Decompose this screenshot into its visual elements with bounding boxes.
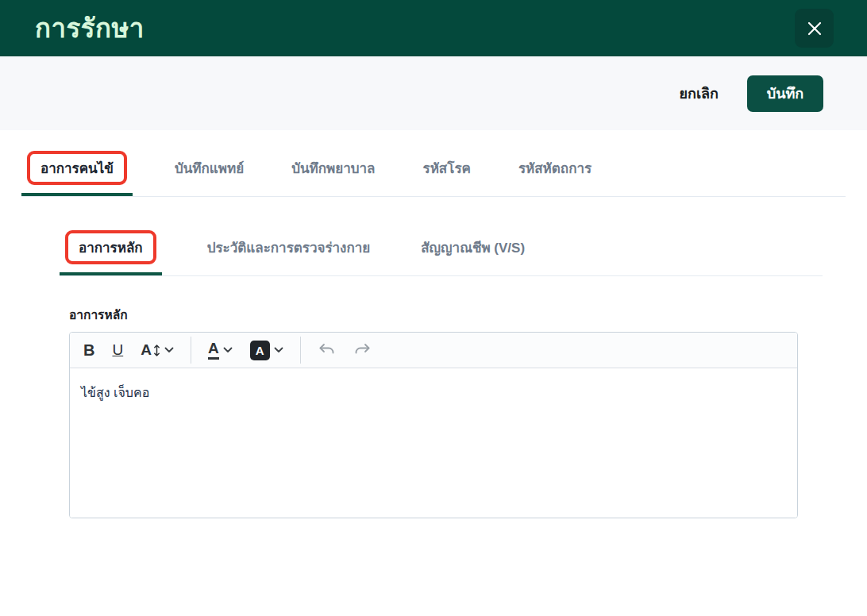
tab-label: รหัสหัตถการ (518, 157, 591, 179)
tab-label: อาการคนไข้ (40, 161, 114, 176)
editor-toolbar: B U A A (70, 333, 797, 368)
bold-button[interactable]: B (78, 338, 100, 363)
highlight-color-icon: A (250, 341, 270, 360)
subtab-label: ประวัติและการตรวจร่างกาย (207, 237, 371, 258)
tab-label: บันทึกพยาบาล (291, 157, 375, 179)
save-button[interactable]: บันทึก (747, 75, 823, 112)
annotation-highlight: อาการคนไข้ (27, 151, 127, 185)
dialog-header: การรักษา (0, 0, 867, 56)
tab-patient-symptoms[interactable]: อาการคนไข้ (21, 141, 133, 196)
subtab-label: อาการหลัก (79, 241, 143, 256)
chevron-down-icon (164, 347, 174, 353)
subtab-vital-signs[interactable]: สัญญาณชีพ (V/S) (415, 221, 530, 275)
toolbar-separator (300, 337, 301, 364)
rich-text-editor: B U A A (69, 332, 798, 518)
text-color-button[interactable]: A (202, 337, 238, 363)
font-size-button[interactable]: A (135, 338, 179, 362)
cancel-button[interactable]: ยกเลิก (679, 82, 719, 105)
highlight-color-button[interactable]: A (245, 337, 289, 364)
chief-complaint-section: อาการหลัก B U A (69, 305, 798, 518)
toolbar-separator (191, 337, 191, 364)
editor-label: อาการหลัก (69, 305, 798, 325)
tab-label: รหัสโรค (423, 157, 471, 179)
tab-nurse-note[interactable]: บันทึกพยาบาล (286, 141, 380, 196)
annotation-highlight: อาการหลัก (65, 230, 156, 264)
subtab-label: สัญญาณชีพ (V/S) (421, 237, 525, 258)
action-bar: ยกเลิก บันทึก (0, 56, 867, 130)
undo-icon (318, 343, 336, 357)
page-title: การรักษา (35, 7, 144, 49)
underline-icon: U (112, 341, 123, 359)
chevron-down-icon (223, 347, 233, 353)
tab-procedure-code[interactable]: รหัสหัตถการ (513, 141, 597, 196)
underline-button[interactable]: U (106, 338, 129, 362)
redo-icon (353, 343, 372, 357)
bold-icon: B (83, 341, 94, 360)
close-icon (806, 20, 823, 37)
font-size-icon: A (141, 341, 152, 359)
editor-content[interactable]: ไข้สูง เจ็บคอ (70, 368, 797, 518)
tab-label: บันทึกแพทย์ (175, 157, 244, 179)
tab-disease-code[interactable]: รหัสโรค (418, 141, 476, 196)
sub-tab-bar: อาการหลัก ประวัติและการตรวจร่างกาย สัญญา… (60, 221, 823, 276)
main-tab-bar: อาการคนไข้ บันทึกแพทย์ บันทึกพยาบาล รหัส… (21, 141, 846, 197)
subtab-history-physical-exam[interactable]: ประวัติและการตรวจร่างกาย (202, 221, 376, 275)
tab-doctor-note[interactable]: บันทึกแพทย์ (169, 141, 249, 196)
arrow-up-down-icon (153, 344, 160, 357)
redo-button[interactable] (348, 340, 377, 360)
undo-button[interactable] (312, 340, 341, 360)
text-color-icon: A (208, 341, 219, 360)
close-button[interactable] (795, 9, 834, 48)
chevron-down-icon (274, 347, 283, 353)
subtab-chief-complaint[interactable]: อาการหลัก (60, 221, 162, 275)
